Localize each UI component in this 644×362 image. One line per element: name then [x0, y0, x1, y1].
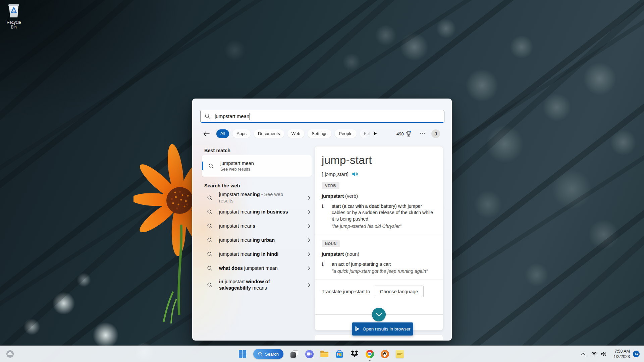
- choose-language-button[interactable]: Choose language: [375, 286, 424, 297]
- search-icon: [258, 352, 263, 356]
- web-suggestion[interactable]: jumpstart meaning - See web results: [202, 191, 313, 205]
- definition: I.start (a car with a dead battery) with…: [322, 203, 436, 230]
- widgets-weather-button[interactable]: [4, 348, 16, 360]
- chevron-right-icon[interactable]: [307, 283, 311, 287]
- lemma-line: jumpstart (verb): [322, 193, 436, 199]
- pos-badge: NOUN: [322, 240, 340, 247]
- search-icon: [207, 237, 213, 243]
- desktop: Recycle Bin AllAppsDocumentsWebSettingsP…: [0, 0, 644, 362]
- tab-web[interactable]: Web: [287, 129, 305, 138]
- windows-start-icon: [238, 350, 247, 358]
- search-icon: [207, 251, 213, 257]
- more-options-button[interactable]: [420, 133, 425, 134]
- tab-folders[interactable]: Folders: [360, 129, 371, 138]
- divider: [315, 280, 443, 280]
- notification-badge[interactable]: 14: [633, 351, 640, 357]
- weather-widget-icon: [6, 350, 14, 358]
- recycle-bin-shortcut[interactable]: Recycle Bin: [3, 3, 24, 29]
- dictionary-section: NOUNjumpstart (noun)I.an act of jump-sta…: [322, 235, 436, 280]
- microsoft-store-button[interactable]: [335, 350, 344, 358]
- web-suggestion[interactable]: jumpstart meaning urban: [202, 233, 313, 247]
- suggestion-text: jumpstart meaning - See web results: [219, 191, 293, 204]
- dictionary-word: jump-start: [322, 154, 436, 167]
- openvpn-button[interactable]: [380, 350, 389, 358]
- search-web-header: Search the web: [204, 183, 240, 188]
- tray-overflow-button[interactable]: [581, 353, 586, 355]
- running-indicator: [369, 360, 371, 361]
- dictionary-sections: VERBjumpstart (verb)I.start (a car with …: [322, 177, 436, 280]
- search-icon: [207, 209, 213, 215]
- search-input[interactable]: [215, 113, 440, 119]
- chevron-right-icon[interactable]: [307, 238, 311, 242]
- text-cursor: [250, 113, 250, 120]
- account-avatar[interactable]: J: [431, 129, 440, 138]
- suggestion-text: in jumpstart window of salvageability me…: [219, 279, 293, 291]
- chevron-right-icon[interactable]: [307, 252, 311, 256]
- filter-row: AllAppsDocumentsWebSettingsPeopleFolders…: [193, 129, 452, 138]
- tab-settings[interactable]: Settings: [308, 129, 331, 138]
- web-suggestion[interactable]: in jumpstart window of salvageability me…: [202, 275, 313, 295]
- web-suggestion-list: jumpstart meaning - See web resultsjumps…: [202, 191, 313, 295]
- search-icon: [207, 195, 213, 201]
- taskbar-search-button[interactable]: Search: [253, 349, 283, 359]
- speaker-icon[interactable]: [352, 171, 358, 177]
- best-match-result[interactable]: jumpstart mean See web results: [202, 155, 312, 177]
- filter-tabs: AllAppsDocumentsWebSettingsPeopleFolders: [216, 129, 371, 138]
- web-suggestion[interactable]: jumpstart means: [202, 219, 313, 233]
- rewards-trophy-icon: [406, 130, 412, 137]
- chevron-up-icon: [581, 353, 586, 355]
- suggestion-text: jumpstart meaning urban: [219, 237, 293, 243]
- back-button[interactable]: [203, 130, 210, 137]
- wifi-icon: [591, 352, 597, 356]
- best-match-header: Best match: [204, 148, 230, 153]
- rewards-points: 490: [396, 131, 404, 136]
- chevron-right-icon[interactable]: [307, 266, 311, 270]
- chevron-right-icon[interactable]: [307, 224, 311, 228]
- web-suggestion[interactable]: jumpstart meaning in hindi: [202, 247, 313, 261]
- search-icon: [205, 113, 210, 119]
- definition: I.an act of jump-starting a car:"a quick…: [322, 261, 436, 275]
- task-view-button[interactable]: [290, 350, 299, 358]
- chevron-right-icon[interactable]: [307, 210, 311, 214]
- tab-documents[interactable]: Documents: [254, 129, 284, 138]
- suggestion-text: jumpstart means: [219, 223, 293, 229]
- dropbox-icon: [351, 350, 359, 358]
- expand-definitions-button[interactable]: [372, 308, 386, 321]
- volume-icon: [601, 352, 607, 357]
- selection-accent-bar: [202, 162, 203, 170]
- suggestion-text: jumpstart meaning in hindi: [219, 251, 293, 257]
- openvpn-icon: [381, 350, 389, 358]
- tray-time: 7:58 AM: [613, 349, 630, 354]
- translate-row: Translate jump-start to Choose language: [322, 286, 436, 297]
- best-match-title: jumpstart mean: [220, 161, 254, 166]
- best-match-subtitle: See web results: [220, 167, 254, 172]
- file-explorer-button[interactable]: [320, 350, 329, 358]
- rewards-button[interactable]: 490: [396, 129, 412, 138]
- chrome-icon: [366, 350, 374, 358]
- tab-apps[interactable]: Apps: [232, 129, 251, 138]
- open-results-in-browser-button[interactable]: Open results in browser: [352, 322, 413, 336]
- clock[interactable]: 7:58 AM 1/2/2023: [613, 349, 630, 360]
- search-icon: [207, 282, 213, 288]
- dictionary-card: jump-start [ˈjəmpˌstärt] VERBjumpstart (…: [315, 146, 443, 330]
- chat-button[interactable]: [305, 350, 314, 358]
- tab-people[interactable]: People: [335, 129, 356, 138]
- tabs-overflow-button[interactable]: [373, 131, 378, 136]
- chat-icon: [305, 350, 314, 358]
- translate-label: Translate jump-start to: [322, 289, 370, 294]
- taskbar: Search: [0, 346, 644, 362]
- network-button[interactable]: [591, 352, 597, 356]
- chrome-button[interactable]: [365, 350, 374, 358]
- volume-button[interactable]: [601, 352, 607, 357]
- start-button[interactable]: [238, 350, 247, 358]
- dropbox-button[interactable]: [350, 350, 359, 358]
- recycle-bin-icon: [6, 3, 21, 18]
- tab-all[interactable]: All: [216, 129, 229, 138]
- suggestion-text: what does jumpstart mean: [219, 265, 293, 272]
- system-tray: 7:58 AM 1/2/2023 14: [581, 346, 640, 362]
- chevron-right-icon[interactable]: [307, 196, 311, 200]
- web-suggestion[interactable]: jumpstart meaning in business: [202, 205, 313, 219]
- search-icon: [208, 163, 214, 169]
- web-suggestion[interactable]: what does jumpstart mean: [202, 261, 313, 275]
- sticky-notes-button[interactable]: [395, 350, 404, 358]
